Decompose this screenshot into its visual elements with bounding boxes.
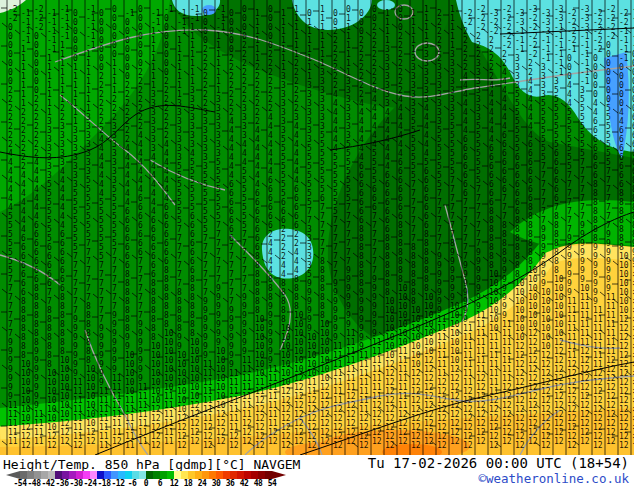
colorbar-segments [20,471,272,479]
colorbar-tick-label: 30 [212,479,221,488]
colorbar-tick-label: 0 [144,479,148,488]
colorbar-segment [167,471,174,479]
map-title: Height/Temp. 850 hPa [gdmp][°C] NAVGEM [3,458,300,471]
colorbar-segment [111,471,118,479]
colorbar-segment [237,471,244,479]
colorbar-tick-label: -24 [84,479,97,488]
colorbar-tick-label: 48 [254,479,263,488]
colorbar-segment [104,471,111,479]
temperature-colorbar [6,471,286,479]
station-temperature-values: -2-2000000022222224444444555555577777779… [8,5,634,450]
colorbar-segment [90,471,97,479]
colorbar-segment [244,471,251,479]
colorbar-tick-label: -12 [112,479,125,488]
colorbar-segment [48,471,55,479]
colorbar-segment [265,471,272,479]
colorbar-segment [223,471,230,479]
colorbar-tick-label: -54 [14,479,27,488]
colorbar-tick-label: 24 [198,479,207,488]
colorbar-segment [69,471,76,479]
colorbar-tick-label: -48 [28,479,41,488]
copyright-link[interactable]: ©weatheronline.co.uk [478,472,629,485]
colorbar-segment [174,471,181,479]
colorbar-segment [230,471,237,479]
colorbar-segment [76,471,83,479]
colorbar-tick-label: 12 [170,479,179,488]
colorbar-segment [118,471,125,479]
colorbar-tick-label: 36 [226,479,235,488]
colorbar-right-arrow [272,471,286,479]
colorbar-tick-label: -30 [70,479,83,488]
colorbar-segment [83,471,90,479]
colorbar-segment [258,471,265,479]
colorbar-segment [139,471,146,479]
colorbar-tick-label: 18 [184,479,193,488]
colorbar-segment [55,471,62,479]
colorbar-tick-label: 54 [268,479,277,488]
colorbar-segment [97,471,104,479]
colorbar-segment [132,471,139,479]
colorbar-segment [188,471,195,479]
colorbar-segment [160,471,167,479]
colorbar-segment [20,471,27,479]
colorbar-segment [216,471,223,479]
colorbar-segment [41,471,48,479]
colorbar-segment [34,471,41,479]
colorbar-tick-label: 42 [240,479,249,488]
colorbar-segment [209,471,216,479]
weather-map: -2-2000000022222224444444555555577777779… [0,0,634,455]
colorbar-segment [153,471,160,479]
colorbar-segment [125,471,132,479]
colorbar-tick-label: -18 [98,479,111,488]
forecast-timestamp: Tu 17-02-2026 00:00 UTC (18+54) [368,456,629,470]
colorbar-segment [181,471,188,479]
colorbar-tick-label: -36 [56,479,69,488]
colorbar-tick-label: 6 [158,479,162,488]
colorbar-segment [62,471,69,479]
colorbar-segment [146,471,153,479]
colorbar-segment [27,471,34,479]
colorbar-left-arrow [6,471,20,479]
footer-bar: Height/Temp. 850 hPa [gdmp][°C] NAVGEM -… [0,455,634,490]
colorbar-segment [195,471,202,479]
colorbar-tick-label: -6 [128,479,137,488]
colorbar-tick-labels: -54-48-42-36-30-24-18-12-606121824303642… [6,479,296,489]
colorbar-segment [251,471,258,479]
colorbar-tick-label: -42 [42,479,55,488]
colorbar-segment [202,471,209,479]
